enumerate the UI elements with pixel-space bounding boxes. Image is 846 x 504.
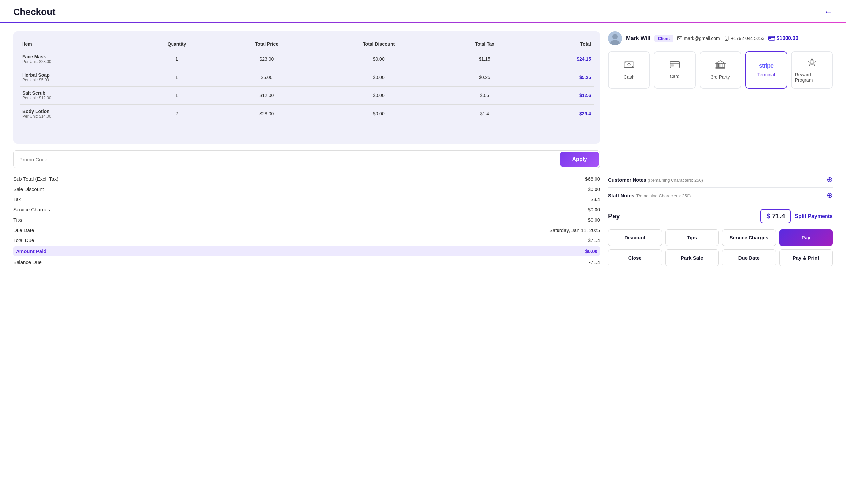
card-icon xyxy=(670,61,680,71)
item-quantity: 1 xyxy=(136,50,218,68)
customer-balance: $1000.00 xyxy=(768,35,798,41)
3rdparty-label: 3rd Party xyxy=(711,74,730,79)
sub-total-label: Sub Total (Excl. Tax) xyxy=(13,176,58,182)
due-date-button[interactable]: Due Date xyxy=(722,249,776,266)
item-total-discount: $0.00 xyxy=(316,68,442,87)
item-quantity: 1 xyxy=(136,68,218,87)
summary-service-charges: Service Charges $0.00 xyxy=(13,205,600,214)
item-total-price: $12.00 xyxy=(218,87,315,105)
svg-rect-18 xyxy=(719,64,720,67)
payment-method-cash[interactable]: Cash xyxy=(608,51,650,89)
item-total: $29.4 xyxy=(527,105,594,123)
notes-section: Customer Notes (Remaining Characters: 25… xyxy=(608,175,833,203)
pay-amount-value: 71.4 xyxy=(772,212,785,220)
park-sale-button[interactable]: Park Sale xyxy=(665,249,719,266)
item-total: $5.25 xyxy=(527,68,594,87)
svg-point-10 xyxy=(628,64,630,66)
item-total: $24.15 xyxy=(527,50,594,68)
customer-info: Mark Will Client mark@gmail.com +1792 04… xyxy=(608,31,833,45)
header: Checkout ← xyxy=(0,0,846,23)
terminal-label: Terminal xyxy=(757,72,775,77)
payment-method-terminal[interactable]: stripe Terminal xyxy=(745,51,787,89)
item-total-price: $28.00 xyxy=(218,105,315,123)
col-quantity: Quantity xyxy=(136,38,218,50)
amount-paid-value: $0.00 xyxy=(585,248,598,254)
page-title: Checkout xyxy=(13,6,55,17)
svg-rect-9 xyxy=(624,62,634,68)
svg-rect-17 xyxy=(717,64,718,67)
balance-due-value: -71.4 xyxy=(589,259,600,265)
item-quantity: 2 xyxy=(136,105,218,123)
summary-amount-paid: Amount Paid $0.00 xyxy=(13,246,600,256)
pay-amount-display: $ 71.4 xyxy=(760,209,791,223)
tax-label: Tax xyxy=(13,197,21,202)
item-unit: Per Unit: $14.00 xyxy=(22,114,133,119)
item-total: $12.6 xyxy=(527,87,594,105)
staff-notes-row: Staff Notes (Remaining Characters: 250) … xyxy=(608,191,833,203)
summary-sale-discount: Sale Discount $0.00 xyxy=(13,185,600,193)
table-row: Face Mask Per Unit: $23.00 1 $23.00 $0.0… xyxy=(20,50,594,68)
total-due-label: Total Due xyxy=(13,237,34,243)
discount-button[interactable]: Discount xyxy=(608,229,662,246)
close-button[interactable]: Close xyxy=(608,249,662,266)
item-cell: Body Lotion Per Unit: $14.00 xyxy=(20,105,136,123)
col-total: Total xyxy=(527,38,594,50)
summary-tips: Tips $0.00 xyxy=(13,216,600,224)
summary-due-date: Due Date Saturday, Jan 11, 2025 xyxy=(13,226,600,234)
svg-point-23 xyxy=(810,60,814,64)
main-content: Item Quantity Total Price Total Discount… xyxy=(0,23,846,274)
items-table-container: Item Quantity Total Price Total Discount… xyxy=(13,31,600,144)
reward-label: Reward Program xyxy=(795,72,829,83)
svg-rect-15 xyxy=(671,65,673,66)
bank-icon xyxy=(715,60,726,72)
tips-value: $0.00 xyxy=(587,217,600,222)
item-quantity: 1 xyxy=(136,87,218,105)
svg-point-1 xyxy=(612,34,618,39)
payment-method-reward[interactable]: Reward Program xyxy=(791,51,833,89)
col-total-price: Total Price xyxy=(218,38,315,50)
payment-method-card[interactable]: Card xyxy=(654,51,695,89)
svg-rect-8 xyxy=(769,38,771,39)
customer-notes-sub: (Remaining Characters: 250) xyxy=(648,178,703,183)
col-item: Item xyxy=(20,38,136,50)
stripe-logo: stripe xyxy=(759,62,773,69)
service-charges-button[interactable]: Service Charges xyxy=(722,229,776,246)
due-date-value: Saturday, Jan 11, 2025 xyxy=(549,227,600,233)
promo-input[interactable] xyxy=(14,150,560,168)
item-name: Body Lotion xyxy=(22,109,133,114)
summary-sub-total: Sub Total (Excl. Tax) $68.00 xyxy=(13,175,600,183)
pay-button[interactable]: Pay xyxy=(779,229,833,246)
table-row: Body Lotion Per Unit: $14.00 2 $28.00 $0… xyxy=(20,105,594,123)
service-charges-label: Service Charges xyxy=(13,207,50,212)
sale-discount-label: Sale Discount xyxy=(13,186,44,192)
card-label: Card xyxy=(670,74,680,79)
staff-notes-label: Staff Notes (Remaining Characters: 250) xyxy=(608,193,691,198)
add-staff-note-button[interactable]: ⊕ xyxy=(827,191,833,199)
item-name: Herbal Soap xyxy=(22,72,133,78)
right-panel: Mark Will Client mark@gmail.com +1792 04… xyxy=(608,31,833,266)
pay-label: Pay xyxy=(608,212,756,220)
tips-label: Tips xyxy=(13,217,22,222)
add-customer-note-button[interactable]: ⊕ xyxy=(827,175,833,184)
tax-value: $3.4 xyxy=(591,197,600,202)
split-payments-button[interactable]: Split Payments xyxy=(795,213,833,219)
item-total-discount: $0.00 xyxy=(316,87,442,105)
back-button[interactable]: ← xyxy=(824,6,833,17)
customer-name: Mark Will xyxy=(626,35,650,42)
promo-row: Apply xyxy=(13,150,600,168)
payment-method-3rdparty[interactable]: 3rd Party xyxy=(700,51,741,89)
service-charges-value: $0.00 xyxy=(587,207,600,212)
tips-button[interactable]: Tips xyxy=(665,229,719,246)
item-unit: Per Unit: $5.00 xyxy=(22,78,133,82)
pay-print-button[interactable]: Pay & Print xyxy=(779,249,833,266)
item-name: Salt Scrub xyxy=(22,90,133,96)
summary-section: Sub Total (Excl. Tax) $68.00 Sale Discou… xyxy=(13,175,600,266)
total-due-value: $71.4 xyxy=(587,237,600,243)
item-unit: Per Unit: $23.00 xyxy=(22,59,133,64)
item-total-tax: $1.4 xyxy=(442,105,527,123)
table-row: Herbal Soap Per Unit: $5.00 1 $5.00 $0.0… xyxy=(20,68,594,87)
apply-button[interactable]: Apply xyxy=(561,151,599,167)
reward-icon xyxy=(807,57,817,69)
amount-paid-label: Amount Paid xyxy=(16,248,47,254)
col-total-discount: Total Discount xyxy=(316,38,442,50)
